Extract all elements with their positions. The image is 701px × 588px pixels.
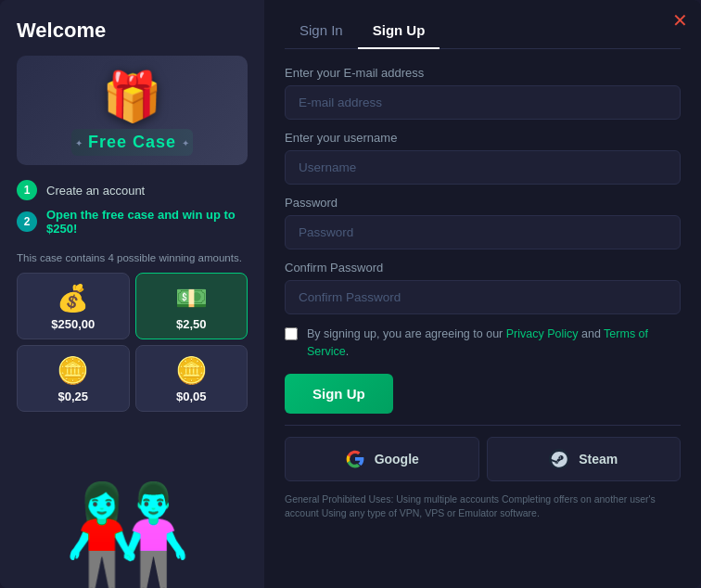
right-panel: Sign In Sign Up Enter your E-mail addres…	[264, 0, 701, 588]
google-label: Google	[375, 452, 419, 467]
prize-amount-1: $2,50	[176, 317, 207, 331]
prize-amount-3: $0,05	[176, 390, 207, 403]
privacy-policy-link[interactable]: Privacy Policy	[506, 327, 579, 340]
password-label: Password	[285, 196, 681, 210]
step-text-2: Open the free case and win up to $250!	[46, 208, 248, 236]
free-case-label: Free Case	[71, 129, 193, 156]
disclaimer: General Prohibited Uses: Using multiple …	[285, 492, 681, 522]
welcome-title: Welcome	[17, 19, 106, 43]
divider	[285, 425, 681, 426]
prize-icon-0: 💰	[57, 283, 89, 313]
step-2: 2 Open the free case and win up to $250!	[17, 208, 248, 236]
case-info: This case contains 4 possible winning am…	[17, 252, 242, 263]
steam-label: Steam	[579, 452, 618, 467]
left-panel: Welcome 🎁 Free Case 1 Create an account …	[0, 0, 264, 588]
tab-signup[interactable]: Sign Up	[358, 17, 440, 49]
prize-icon-3: 🪙	[175, 355, 208, 386]
signup-button[interactable]: Sign Up	[285, 374, 393, 414]
modal: ✕ Welcome 🎁 Free Case 1 Create an accoun…	[0, 0, 701, 588]
step-num-1: 1	[17, 180, 37, 200]
close-button[interactable]: ✕	[672, 11, 688, 30]
step-text-1: Create an account	[46, 184, 145, 198]
username-input[interactable]	[285, 150, 681, 185]
email-input[interactable]	[285, 85, 681, 120]
gift-icon: 🎁	[102, 69, 162, 125]
step-num-2: 2	[17, 211, 37, 232]
tabs: Sign In Sign Up	[285, 17, 681, 49]
tab-signin[interactable]: Sign In	[285, 17, 358, 49]
steam-signin-button[interactable]: Steam	[487, 437, 682, 481]
characters-illustration: 👫	[0, 403, 264, 588]
terms-checkbox[interactable]	[285, 327, 298, 340]
steps: 1 Create an account 2 Open the free case…	[17, 180, 248, 243]
email-label: Enter your E-mail address	[285, 66, 681, 80]
username-label: Enter your username	[285, 131, 681, 145]
social-buttons: Google Steam	[285, 437, 681, 481]
prize-amount-2: $0,25	[57, 390, 88, 403]
confirm-password-label: Confirm Password	[285, 261, 681, 275]
step-1: 1 Create an account	[17, 180, 248, 200]
prizes-grid: 💰 $250,00 💵 $2,50 🪙 $0,25 🪙 $0,05	[17, 273, 248, 412]
prize-icon-2: 🪙	[57, 355, 89, 386]
free-case-box: 🎁 Free Case	[17, 56, 248, 165]
checkbox-text: By signing up, you are agreeing to our P…	[307, 326, 681, 361]
prize-card-0: 💰 $250,00	[17, 273, 130, 339]
steam-icon	[549, 449, 569, 469]
prize-amount-0: $250,00	[51, 317, 95, 331]
prize-card-1: 💵 $2,50	[135, 273, 249, 339]
prize-icon-1: 💵	[175, 283, 208, 313]
google-icon	[345, 449, 365, 469]
terms-checkbox-row: By signing up, you are agreeing to our P…	[285, 326, 681, 361]
password-input[interactable]	[285, 215, 681, 249]
google-signin-button[interactable]: Google	[285, 437, 479, 481]
confirm-password-input[interactable]	[285, 280, 681, 314]
character-icons: 👫	[64, 486, 191, 588]
